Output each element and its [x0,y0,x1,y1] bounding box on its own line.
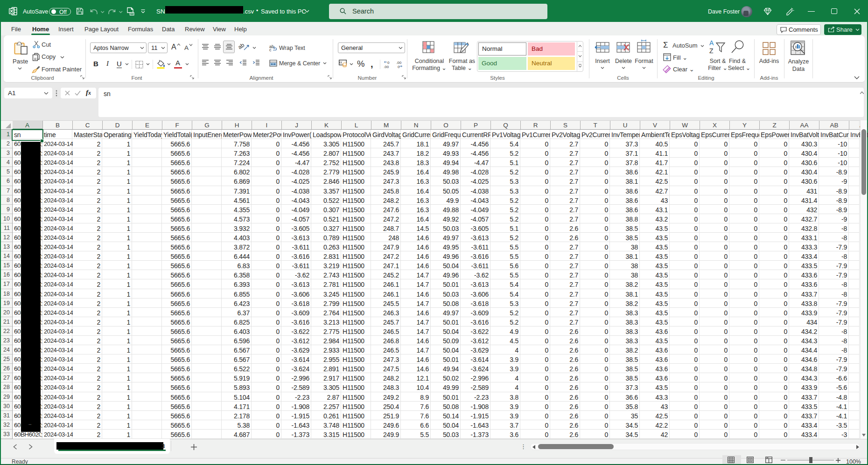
svg-text:.00: .00 [396,61,402,65]
svg-text:0: 0 [387,61,390,65]
svg-text:.00: .00 [384,65,389,69]
svg-text:c: c [269,48,272,52]
svg-text:0: 0 [398,65,400,69]
